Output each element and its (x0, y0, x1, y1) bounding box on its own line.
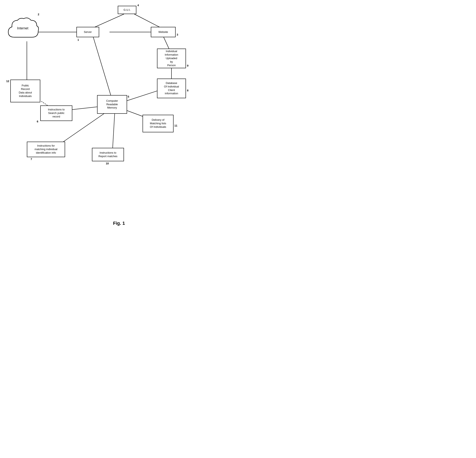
delivery-label: Delivery ofMatching listsOf Individuals (150, 118, 166, 129)
computer-memory-label: ComputerReadableMemory (106, 99, 118, 110)
public-record-label: PublicRecordData aboutIndividuals (19, 84, 32, 98)
diagram-container: Internet 2 G.U.I. 4 Server 1 Website 3 I… (0, 0, 238, 229)
server-label: Server (84, 30, 92, 34)
internet-number: 2 (38, 13, 39, 16)
individual-info-number: 9 (187, 64, 188, 67)
svg-line-1 (93, 14, 124, 28)
gui-label: G.U.I. (124, 8, 131, 12)
database-label: DatabaseOf IndividualClientinformation (164, 81, 179, 96)
computer-memory-box: ComputerReadableMemory (97, 95, 127, 114)
individual-info-box: IndividualInformationUploadedbyPerson (157, 49, 186, 68)
report-instructions-label: Instructions toReport matches (99, 151, 118, 158)
matching-instructions-number: 7 (31, 158, 32, 161)
delivery-number: 11 (174, 124, 177, 127)
public-record-number: 12 (6, 79, 9, 83)
search-instructions-label: Instructions toSearch publicrecord (48, 108, 65, 118)
matching-instructions-box: Instructions formatching individualident… (27, 142, 65, 157)
database-box: DatabaseOf IndividualClientinformation (157, 79, 186, 98)
internet-cloud: Internet 2 (6, 17, 39, 44)
individual-info-label: IndividualInformationUploadedbyPerson (165, 50, 178, 67)
database-number: 8 (187, 89, 188, 92)
website-number: 3 (177, 33, 178, 36)
gui-number: 4 (137, 4, 139, 7)
website-label: Website (158, 30, 168, 34)
delivery-box: Delivery ofMatching listsOf Individuals (143, 115, 174, 132)
computer-memory-number: 5 (128, 95, 129, 98)
svg-line-4 (163, 36, 170, 50)
website-box: Website (151, 27, 176, 37)
gui-box: G.U.I. (118, 6, 136, 14)
svg-line-3 (134, 14, 161, 28)
svg-text:Internet: Internet (17, 26, 28, 30)
public-record-box: PublicRecordData aboutIndividuals (10, 79, 40, 102)
search-instructions-number: 6 (37, 120, 38, 123)
figure-label: Fig. 1 (0, 221, 238, 226)
report-instructions-box: Instructions toReport matches (92, 148, 124, 161)
svg-line-6 (93, 36, 113, 101)
matching-instructions-label: Instructions formatching individualident… (34, 144, 57, 155)
server-box: Server (76, 27, 99, 37)
report-instructions-number: 10 (106, 162, 109, 165)
svg-line-11 (113, 114, 115, 149)
search-instructions-box: Instructions toSearch publicrecord (40, 106, 72, 121)
server-number: 1 (77, 38, 79, 41)
